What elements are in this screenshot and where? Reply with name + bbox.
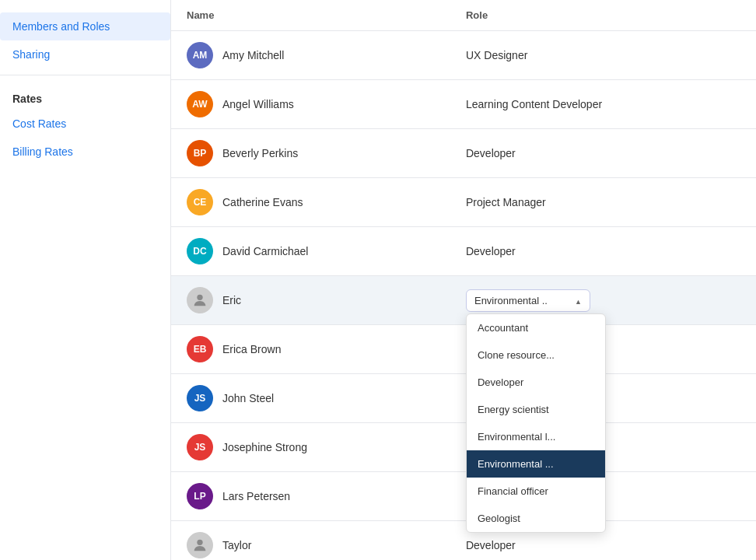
sidebar-item-sharing[interactable]: Sharing — [0, 40, 170, 68]
member-name: Eric — [222, 294, 241, 306]
name-cell-6: Eric — [171, 276, 450, 325]
main-content: Name Role AMAmy MitchellUX DesignerAWAng… — [171, 0, 756, 560]
member-name: Amy Mitchell — [222, 49, 284, 61]
name-cell-3: BPBeverly Perkins — [171, 129, 450, 178]
table-row: AWAngel WilliamsLearning Content Develop… — [171, 80, 756, 129]
name-wrapper: JSJohn Steel — [187, 385, 435, 411]
role-dropdown-value: Environmental .. — [474, 295, 548, 306]
dropdown-item-label[interactable]: Clone resource... — [467, 341, 605, 369]
name-cell-11: Taylor — [171, 521, 450, 561]
name-wrapper: Taylor — [187, 532, 435, 558]
dropdown-wrapper: Environmental ..AccountantAccountantClon… — [466, 289, 590, 312]
table-row: TaylorDeveloper — [171, 521, 756, 561]
avatar: BP — [187, 140, 213, 166]
role-cell-2: Learning Content Developer — [450, 80, 756, 129]
avatar: AW — [187, 91, 213, 117]
member-name: John Steel — [222, 392, 274, 404]
table-row: LPLars PetersenDeveloper — [171, 472, 756, 521]
col-role: Role — [450, 0, 756, 31]
avatar: JS — [187, 385, 213, 411]
member-name: Catherine Evans — [222, 196, 303, 208]
sidebar-item-label: Members and Roles — [12, 20, 110, 33]
sidebar-item-label: Billing Rates — [12, 145, 73, 158]
table-row: DCDavid CarmichaelDeveloper — [171, 227, 756, 276]
table-row: CECatherine EvansProject Manager — [171, 178, 756, 227]
name-wrapper: BPBeverly Perkins — [187, 140, 435, 166]
avatar: EB — [187, 336, 213, 362]
role-text: Learning Content Developer — [466, 98, 602, 110]
role-cell-4: Project Manager — [450, 178, 756, 227]
dropdown-item-label[interactable]: Energy scientist — [467, 396, 605, 423]
sidebar: Members and Roles Sharing Rates Cost Rat… — [0, 0, 171, 560]
rates-section-header: Rates — [0, 82, 170, 110]
name-wrapper: LPLars Petersen — [187, 483, 435, 509]
table-row: EBErica BrownDeveloper — [171, 325, 756, 374]
role-cell-5: Developer — [450, 227, 756, 276]
dropdown-item-label[interactable]: Environmental ... — [467, 450, 605, 478]
name-wrapper: EBErica Brown — [187, 336, 435, 362]
table-row: BPBeverly PerkinsDeveloper — [171, 129, 756, 178]
avatar: AM — [187, 42, 213, 68]
svg-point-0 — [197, 295, 202, 300]
name-wrapper: DCDavid Carmichael — [187, 238, 435, 264]
role-text: Developer — [466, 245, 516, 257]
table-row: AMAmy MitchellUX Designer — [171, 31, 756, 80]
role-cell-1: UX Designer — [450, 31, 756, 80]
members-table: Name Role AMAmy MitchellUX DesignerAWAng… — [171, 0, 756, 560]
name-cell-10: LPLars Petersen — [171, 472, 450, 521]
name-cell-2: AWAngel Williams — [171, 80, 450, 129]
role-cell-3: Developer — [450, 129, 756, 178]
member-name: Angel Williams — [222, 98, 294, 110]
name-wrapper: Eric — [187, 287, 435, 313]
sidebar-item-label: Cost Rates — [12, 117, 66, 130]
name-wrapper: JSJosephine Strong — [187, 434, 435, 460]
role-text: Developer — [466, 539, 516, 551]
avatar: CE — [187, 189, 213, 215]
name-cell-4: CECatherine Evans — [171, 178, 450, 227]
member-name: David Carmichael — [222, 245, 308, 257]
member-name: Erica Brown — [222, 343, 281, 355]
member-name: Taylor — [222, 539, 251, 551]
dropdown-item-label: Accountant — [478, 322, 528, 334]
dropdown-item-accountant[interactable]: AccountantAccountant — [467, 314, 605, 341]
sidebar-divider — [0, 75, 170, 75]
sidebar-item-cost-rates[interactable]: Cost Rates — [0, 110, 170, 138]
avatar — [187, 532, 213, 558]
name-cell-8: JSJohn Steel — [171, 374, 450, 423]
sidebar-item-billing-rates[interactable]: Billing Rates — [0, 138, 170, 166]
name-cell-5: DCDavid Carmichael — [171, 227, 450, 276]
name-cell-9: JSJosephine Strong — [171, 423, 450, 472]
name-cell-1: AMAmy Mitchell — [171, 31, 450, 80]
role-dropdown-trigger[interactable]: Environmental .. — [466, 289, 590, 312]
sidebar-item-label: Sharing — [12, 48, 50, 61]
role-text: Project Manager — [466, 196, 546, 208]
dropdown-item-label[interactable]: Financial officer — [467, 478, 605, 505]
avatar: LP — [187, 483, 213, 509]
avatar: JS — [187, 434, 213, 460]
col-name: Name — [171, 0, 450, 31]
name-wrapper: AWAngel Williams — [187, 91, 435, 117]
member-name: Beverly Perkins — [222, 147, 298, 159]
role-text: UX Designer — [466, 49, 527, 61]
avatar: DC — [187, 238, 213, 264]
chevron-up-icon — [575, 295, 582, 306]
dropdown-item-label[interactable]: Developer — [467, 369, 605, 396]
dropdown-item-label[interactable]: Geologist — [467, 505, 605, 532]
role-dropdown-menu: AccountantAccountantClone resource...Dev… — [466, 313, 606, 533]
sidebar-item-members-roles[interactable]: Members and Roles — [0, 12, 170, 40]
dropdown-item-label[interactable]: Environmental l... — [467, 423, 605, 450]
table-row: EricEnvironmental ..AccountantAccountant… — [171, 276, 756, 325]
name-wrapper: AMAmy Mitchell — [187, 42, 435, 68]
dropdown-scroll-area[interactable]: AccountantAccountantClone resource...Dev… — [467, 314, 605, 532]
member-name: Josephine Strong — [222, 441, 307, 453]
role-text: Developer — [466, 147, 516, 159]
table-row: JSJosephine StrongDeveloper — [171, 423, 756, 472]
table-row: JSJohn SteelDeveloper — [171, 374, 756, 423]
member-name: Lars Petersen — [222, 490, 290, 502]
svg-point-1 — [197, 540, 202, 545]
name-wrapper: CECatherine Evans — [187, 189, 435, 215]
role-cell-6: Environmental ..AccountantAccountantClon… — [450, 276, 756, 325]
avatar — [187, 287, 213, 313]
name-cell-7: EBErica Brown — [171, 325, 450, 374]
